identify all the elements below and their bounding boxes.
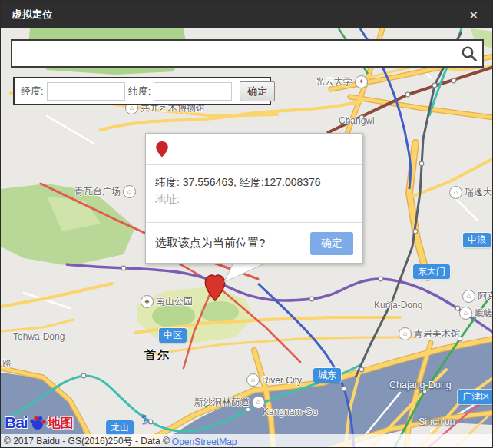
map-label-text: 青瓦台广场 [74, 185, 121, 198]
map-label-place: Tohwa-Dong [13, 331, 65, 342]
popup-confirm-button[interactable]: 确定 [310, 232, 353, 255]
virtual-location-window: 光云大学✦Changwi⌂共井艺术博物馆⌂瑞逸大学青瓦台广场⌂♣南山公园Kunj… [0, 0, 493, 448]
map-label-text: Kangnam-Gu [263, 407, 317, 417]
popup-body: 纬度: 37.556463, 经度:127.008376 地址: [146, 165, 362, 222]
university-icon: ✦ [355, 75, 368, 88]
map-label-text: River City [262, 375, 302, 386]
longitude-label: 经度: [21, 85, 44, 98]
map-label-text: 阿克 [478, 290, 493, 303]
latitude-input[interactable] [154, 82, 232, 101]
museum-icon: ⌂ [449, 186, 462, 199]
museum-icon: ⌂ [459, 307, 472, 320]
map-label-text: 瑞逸大学 [465, 186, 493, 199]
map-label-poi[interactable]: ⌂阿克 [462, 290, 493, 303]
map-label-poi[interactable]: ♣南山公园 [141, 295, 193, 308]
baidu-logo-bai: Bai [5, 413, 28, 432]
map-label-text: 青岩美术馆 [414, 327, 460, 340]
coordinate-confirm-button[interactable]: 确定 [240, 81, 275, 101]
window-title: 虚拟定位 [12, 8, 53, 22]
map-label-place: Kangnam-Gu [263, 407, 317, 417]
map-label-text: Changwi [339, 115, 375, 126]
map-label-place: 路 [2, 357, 12, 370]
map-label-text: Sinch'on [419, 416, 455, 427]
park-icon: ♣ [141, 295, 154, 308]
map-marker-pin[interactable] [203, 273, 227, 302]
map-label-poi[interactable]: ⌂青岩美术馆 [399, 327, 460, 340]
coordinate-panel: 经度: 纬度: 确定 [13, 77, 271, 105]
map-label-place: Changwi [339, 115, 375, 126]
museum-icon: ⌂ [123, 185, 136, 198]
map-label-text: Chajang-Dong [389, 380, 452, 390]
close-icon[interactable]: ✕ [464, 6, 483, 24]
map-label-poi[interactable]: 新沙洞林荫道⌂ [194, 396, 265, 409]
map-label-poi[interactable]: 光云大学✦ [316, 75, 368, 88]
museum-icon: ⌂ [399, 327, 412, 340]
attribution-text: © 2017 Baidu - GS(2016)250号 - Data © [4, 435, 170, 448]
search-icon[interactable] [456, 43, 482, 65]
popup-footer: 选取该点为当前位置? 确定 [146, 222, 362, 264]
baidu-maps-logo: Bai 地图 [5, 413, 74, 432]
map-label-text: 南山公园 [156, 295, 193, 308]
red-pin-icon [155, 141, 169, 158]
popup-question-text: 选取该点为当前位置? [155, 236, 265, 251]
museum-icon: ⌂ [462, 290, 475, 303]
search-box [11, 39, 484, 68]
map-label-poi[interactable]: ⌂峨嵯山 [459, 307, 493, 320]
map-label-text: 峨嵯山 [475, 307, 493, 320]
map-label-poi[interactable]: ⌂River City [246, 373, 302, 387]
museum-icon: ⌂ [246, 373, 260, 387]
latitude-label: 纬度: [128, 85, 151, 98]
map-label-poi[interactable]: 青瓦台广场⌂ [74, 185, 136, 198]
location-info-popup: 纬度: 37.556463, 经度:127.008376 地址: 选取该点为当前… [145, 133, 363, 264]
map-label-water: Sinch'on [419, 416, 455, 427]
openstreetmap-link[interactable]: OpenStreetMap [172, 436, 237, 447]
search-input[interactable] [12, 41, 456, 66]
longitude-input[interactable] [47, 82, 125, 101]
map-label-text: 路 [2, 357, 12, 370]
map-attribution: © 2017 Baidu - GS(2016)250号 - Data © Ope… [1, 434, 493, 448]
map-label-city: 首尔 [144, 348, 170, 363]
baidu-paw-icon [28, 413, 47, 432]
map-label-text: 新沙洞林荫道 [194, 396, 250, 409]
map-label-poi[interactable]: ⌂瑞逸大学 [449, 186, 493, 199]
map-label-text: Kunja-Dong [374, 300, 422, 310]
map-label-text: Tohwa-Dong [13, 331, 65, 342]
map-label-text: 首尔 [144, 348, 170, 363]
baidu-logo-ditu: 地图 [48, 414, 74, 432]
map-label-water: Chajang-Dong [389, 380, 452, 390]
popup-coordinates-text: 纬度: 37.556463, 经度:127.008376 [155, 176, 353, 190]
title-bar: 虚拟定位 ✕ [1, 1, 493, 28]
map-label-text: 光云大学 [316, 75, 352, 88]
popup-header [146, 134, 362, 165]
map-label-place: Kunja-Dong [374, 300, 422, 310]
popup-address-label: 地址: [155, 193, 353, 207]
